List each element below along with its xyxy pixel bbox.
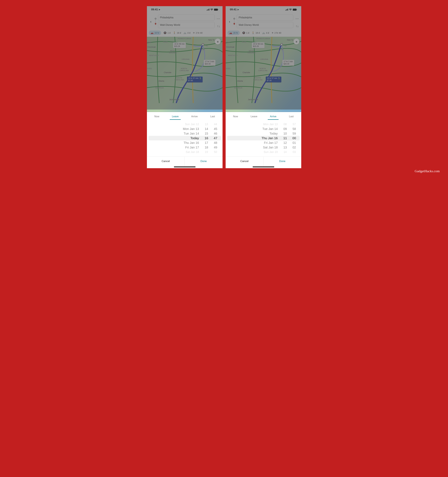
route-callout-price: $20.34 [205,63,214,65]
mode-transit[interactable]: 🚇1 d [164,31,170,34]
label-virginia: VIRGINIA [182,58,190,60]
route-callout-a[interactable]: 15 hr 59 min $15.29 [173,42,186,48]
status-time: 09:41 [230,8,237,11]
destination-input[interactable]: Walt Disney World [158,22,215,28]
route-callout-b[interactable]: 17 hr 2 min $20.34 [204,60,215,66]
route-callout-price: $7.00 [267,79,280,82]
svg-point-6 [155,23,156,24]
origin-circle-icon [233,18,235,19]
svg-rect-4 [214,9,218,11]
mode-bike[interactable]: 🚲4 d [262,31,269,34]
mode-plane[interactable]: ✈2 hr 40 [193,31,203,34]
tab-leave[interactable]: Leave [170,114,180,120]
label-nj: NJ [206,45,208,47]
origin-marker-icon [202,43,204,46]
label-westvirginia2: VIRGINIA [248,52,256,54]
label-jacksonville: Jacksonville [169,98,179,101]
status-time: 09:41 [151,8,158,11]
label-newyork: New Yo [208,39,215,41]
label-ssee: SSEE [147,68,152,69]
label-ohio: OHIO [242,41,246,43]
back-button[interactable]: ‹ [148,20,154,24]
mode-plane[interactable]: ✈2 hr 40 [272,31,281,34]
datetime-picker[interactable]: Sun Jan 12 Mon Jan 13 Tue Jan 14 Today T… [149,122,221,154]
tab-now[interactable]: Now [232,114,239,120]
tab-leave[interactable]: Leave [249,114,259,120]
origin-circle-icon [155,18,156,19]
layers-icon: ◈ [296,40,297,43]
cancel-button[interactable]: Cancel [147,157,185,167]
svg-rect-1 [207,9,208,11]
more-options-button[interactable]: ⋯ [217,17,220,21]
svg-rect-3 [209,9,209,11]
svg-rect-8 [286,9,287,11]
tab-arrive[interactable]: Arrive [268,114,278,120]
svg-point-13 [234,23,234,24]
label-westvirginia2: VIRGINIA [169,52,177,54]
picker-col-hour[interactable]: 13 14 15 16 17 18 19 [202,122,211,154]
datetime-picker[interactable]: Mon Jan 13 Tue Jan 14 Today Thu Jan 16 F… [227,122,300,154]
label-cincinnati: Cincinnati [226,46,234,48]
transit-icon: 🚇 [164,31,167,34]
label-georgia: GEORGIA [155,87,164,89]
label-pennsylvania: PENNSYLVANIA [178,38,191,40]
route-callout-c-primary[interactable]: 15 hr 57 min 🍃 $7.00 [266,77,281,82]
label-ssee: SSEE [226,68,231,69]
svg-rect-9 [287,9,287,11]
directions-header: ‹ Philadelphia Walt Disney World ⋯ ↑↓ [147,13,222,30]
route-callout-duration: 15 hr 59 min [174,43,185,45]
picker-col-hour[interactable]: 08 09 10 11 12 13 14 [281,122,290,154]
tab-now[interactable]: Now [153,114,161,120]
label-southcarolina1: SOUTH [176,77,182,79]
route-callout-a[interactable]: 15 hr 59 min $15.29 [252,42,265,48]
cellular-signal-icon [285,9,288,11]
origin-input[interactable]: Philadelphia [237,14,293,21]
mode-walk[interactable]: 🚶16 d [252,31,260,34]
battery-icon [293,9,297,11]
done-button[interactable]: Done [185,157,222,167]
picker-col-date[interactable]: Sun Jan 12 Mon Jan 13 Tue Jan 14 Today T… [149,122,202,154]
tab-last[interactable]: Last [209,114,216,120]
label-kentucky: KENTUCKY [149,54,159,56]
phone-left: 09:41 ➤ ‹ Philadelphia Walt Disney Wor [147,6,222,168]
back-button[interactable]: ‹ [227,20,233,24]
label-virginia: VIRGINIA [260,58,268,60]
label-iana: IANA [147,41,151,43]
swap-locations-button[interactable]: ↑↓ [217,24,220,28]
car-icon: 🚗 [151,31,154,34]
cancel-button[interactable]: Cancel [226,157,263,167]
route-callout-duration: 17 hr 2 min [284,60,293,63]
svg-rect-7 [285,10,286,11]
car-icon: 🚗 [229,31,232,34]
wifi-icon [289,9,292,11]
mode-transit[interactable]: 🚇1 d [242,31,249,34]
layers-button[interactable]: ◈ [293,39,299,44]
label-georgia: GEORGIA [234,87,242,89]
route-callout-duration: 15 hr 57 min [267,77,277,79]
leaf-icon: 🍃 [278,77,280,79]
picker-col-date[interactable]: Mon Jan 13 Tue Jan 14 Today Thu Jan 16 F… [227,122,281,154]
tab-arrive[interactable]: Arrive [190,114,199,120]
mode-car[interactable]: 🚗16 hr [149,30,161,35]
route-callout-b[interactable]: 17 hr 2 min $20.34 [282,60,294,66]
origin-input[interactable]: Philadelphia [158,14,215,21]
status-bar: 09:41 ➤ [147,6,222,13]
tab-last[interactable]: Last [287,114,295,120]
label-iana: IANA [226,41,230,43]
label-pennsylvania: PENNSYLVANIA [257,38,270,40]
more-options-button[interactable]: ⋯ [295,17,299,21]
mode-car[interactable]: 🚗16 hr [227,30,240,35]
layers-button[interactable]: ◈ [215,39,221,44]
destination-input[interactable]: Walt Disney World [237,22,293,28]
swap-locations-button[interactable]: ↑↓ [296,24,299,28]
label-atlanta: Atlanta [158,80,164,82]
route-stops-icon [154,16,157,27]
mode-walk[interactable]: 🚶16 d [173,31,181,34]
route-callout-c-primary[interactable]: 15 hr 57 min 🍃 $7.00 [187,77,203,82]
mode-bike[interactable]: 🚲4 d [184,31,190,34]
home-indicator-icon [174,167,196,167]
done-button[interactable]: Done [263,157,301,167]
picker-col-minute[interactable]: 44 45 46 47 48 49 50 [211,122,221,154]
picker-col-minute[interactable]: 57 58 59 00 01 02 03 [290,122,300,154]
travel-mode-tabs: 🚗16 hr 🚇1 d 🚶16 d 🚲4 d ✈2 hr 40 [147,30,222,37]
